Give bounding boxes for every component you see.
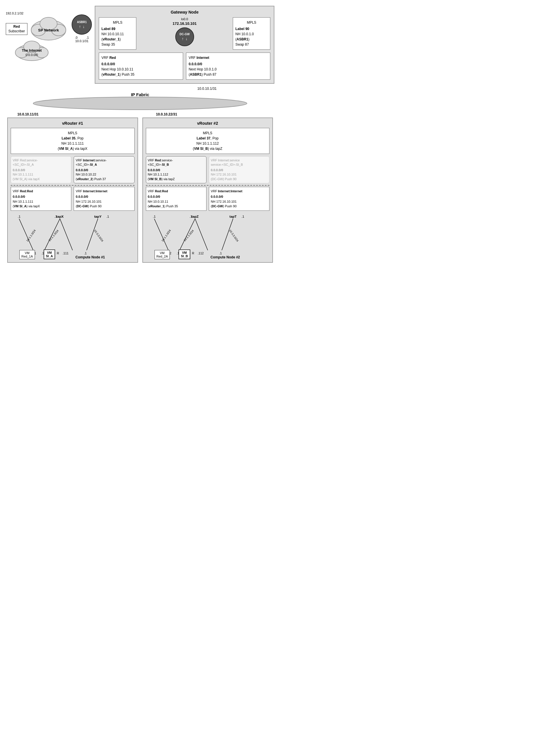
mpls-right-nh: NH 10.0.1.0 [236,32,268,37]
vrouter2-fabric-ip: 10.0.10.22/31 [156,112,177,116]
svg-text:.1: .1 [153,215,156,218]
vrouter2-vrf-bottom-row: VRF Red:Red 0.0.0.0/0 NH 10.0.10.11 (vRo… [146,187,270,211]
mpls-left-nh: NH 10.0.10.11 [101,32,134,37]
vrouter2-vm-row: VMRed_2A VMSI_B Compute Node #2 [155,250,240,259]
mpls-left-vrouter: vRouter_1 [103,37,119,41]
svg-text:.1: .1 [242,215,244,218]
asbr1-ports: .0 .1 [75,36,89,39]
svg-text:.1: .1 [54,215,57,218]
lo00-label: lo0.0 [181,17,188,21]
mpls-left-title: MPLS [101,20,134,25]
vrouter1-dashed-divider [11,185,135,186]
vrf-red-box: VRF Red 0.0.0.0/0 Next Hop 10.0.10.11 (v… [99,53,183,80]
svg-line-35 [195,219,208,250]
vrouter2-mpls-nh: NH 10.1.1.112 [148,141,267,146]
vrouter2-mpls-title: MPLS [148,130,267,136]
compute-node1-label: Compute Node #1 [75,255,105,259]
asbr1-router: ASBR1 ↑ ↓ .0 .1 10.0.1/31 [71,14,92,43]
vrouter2-tapT-label: tapT [229,215,237,218]
asbr1-area: ASBR1 ↑ ↓ .0 .1 10.0.1/31 [71,14,92,43]
vrouter1-vrf-internet-service: VRF Internet:service-<SC_ID>-SI_A 0.0.0.… [73,156,134,183]
asbr1-label: ASBR1 [77,20,87,24]
vrouter1-box: vRouter #1 MPLS Label 35, Pop NH 10.1.1.… [7,117,138,263]
vrouter1-mpls-pop: , Pop [75,136,84,140]
vrouter1-tapX-label: tapX [56,215,64,218]
ip-fabric-section: IP Fabric [6,92,274,111]
vrouter1-service-row: VRF Red:service-<SC_ID>-SI_A 0.0.0.0/0 N… [11,156,135,183]
vrouter1-fabric-ip: 10.0.10.11/31 [17,112,38,116]
gateway-node-title: Gateway Node [99,10,270,14]
vrouter1-vrf-bottom-row: VRF Red:Red 0.0.0.0/0 NH 10.1.1.111 (VM … [11,187,135,211]
vm-sia-box: VMSI_A [44,250,55,259]
svg-text:.1: .1 [18,215,20,218]
asbr1-port1: .1 [86,36,89,39]
vrouter2-vrf-red-red: VRF Red:Red 0.0.0.0/0 NH 10.0.10.11 (vRo… [146,187,206,211]
mpls-left-box: MPLS Label 89 NH 10.0.10.11 (vRouter_1) … [99,17,136,50]
svg-text:10.3.3.0/24: 10.3.3.0/24 [228,229,239,243]
red-subscriber-box: RedSubscriber [6,23,28,35]
mpls-left-swap: Swap 35 [101,42,134,47]
vrf-internet-route: 0.0.0.0/0 [189,62,202,66]
svg-line-34 [180,219,195,250]
mpls-right-box: MPLS Label 90 NH 10.0.1.0 (ASBR1) Swap 8… [233,17,270,50]
main-diagram: 192.0.2.1/32 RedSubscriber SP Network [0,0,280,268]
vrouter-fabric-ips: 10.0.10.11/31 10.0.10.22/31 [6,112,274,116]
svg-text:10.3.3.0/24: 10.3.3.0/24 [93,229,104,243]
vrouters-section: vRouter #1 MPLS Label 35, Pop NH 10.1.1.… [6,117,274,263]
mpls-right-swap: Swap 87 [236,42,268,47]
svg-text:The Internet: The Internet [22,49,42,53]
svg-text:.1: .1 [106,215,109,218]
gateway-vrf-row: VRF Red 0.0.0.0/0 Next Hop 10.0.10.11 (v… [99,53,270,80]
svg-text:.1: .1 [189,215,192,218]
asbr1-port0: .0 [75,36,78,39]
vrouter1-tap-area: tapX .1 tapY .1 .1 10.1.1.0/24 [11,213,135,259]
vrouter2-mpls-box: MPLS Label 37, Pop NH 10.1.1.112 (VM SI_… [146,128,270,154]
svg-line-19 [60,219,72,250]
vrouter2-vrf-internet-service: VRF Internet:serviceservice-<SC_ID>-SI_B… [209,156,269,183]
vrouter2-mpls-label37: Label 37 [197,136,210,140]
mpls-left-label89: Label 89 [101,27,115,31]
vrouter1-mpls-box: MPLS Label 35, Pop NH 10.1.1.111 (VM SI_… [11,128,135,154]
vrouter2-tap-area: tapZ .1 tapT .1 .1 10.1.1.0/24 10.1.1.0/… [146,213,270,259]
svg-text:10.1.1.0/24: 10.1.1.0/24 [161,229,171,242]
vrouter2-tapZ-label: tapZ [192,215,199,218]
vrouter2-service-row: VRF Red:service-<SC_ID>-SI_B 0.0.0.0/0 N… [146,156,270,183]
dcgw-label: DC-GW [180,33,190,36]
left-network-area: 192.0.2.1/32 RedSubscriber SP Network [6,11,69,63]
vrouter1-title: vRouter #1 [11,121,135,125]
asbr1-circle: ASBR1 ↑ ↓ [71,14,92,35]
vrouter1-vrf-internet-internet: VRF Internet:Internet 0.0.0.0/0 NH 172.1… [73,187,134,211]
dcgw-area: lo0.0 172.16.10.101 DC-GW ↑ ↓ [139,17,230,46]
vm-red2a-box: VMRed_2A [155,250,170,259]
vrouter2-vrf-internet-internet: VRF Internet:Internet 0.0.0.0/0 NH 172.1… [209,187,269,211]
vm-sia-area: VMSI_A [44,250,55,259]
compute-node2-label: Compute Node #2 [210,255,240,259]
lo00-ip: 172.16.10.101 [173,21,197,26]
vrouter2-mpls-pop: , Pop [210,136,219,140]
vrouter2-dashed-divider [146,185,270,186]
vm-red2a-area: VMRed_2A [155,250,170,259]
vrouter1-mpls-nh: NH 10.1.1.111 [13,141,132,146]
vm-red1a-area: VMRed_1A [19,250,35,259]
vm-sib-box: VMSI_B [179,250,190,259]
mpls-right-title: MPLS [236,20,268,25]
internet-cloud: The Internet 0.0.0.0/0 [14,40,69,63]
dcgw-circle: DC-GW ↑ ↓ [175,28,194,46]
vrouter1-vrf-red-service: VRF Red:service-<SC_ID>-SI_A 0.0.0.0/0 N… [11,156,71,183]
vm-sib-area: VMSI_B [179,250,190,259]
gateway-node-box: Gateway Node MPLS Label 89 NH 10.0.10.11… [95,6,274,84]
vm-red1a-box: VMRed_1A [19,250,35,259]
vrf-internet-nexthop: Next Hop 10.0.1.0 [189,67,268,72]
red-subscriber-label: RedSubscriber [8,24,25,34]
ip-fabric-oval [32,95,248,111]
vrouter2-title: vRouter #2 [146,121,270,125]
svg-text:10.1.1.0/24: 10.1.1.0/24 [26,229,36,242]
vrf-red-route: 0.0.0.0/0 [101,62,115,66]
ip-fabric-label: IP Fabric [6,92,274,97]
vrouter1-vm-row: VMRed_1A VMSI_A Compute Node #1 [19,250,105,259]
vrouter1-mpls-label35: Label 35 [61,136,75,140]
vrouter2-vrf-red-service: VRF Red:service-<SC_ID>-SI_B 0.0.0.0/0 N… [146,156,206,183]
vrouter1-tapY-label: tapY [94,215,102,218]
vrouter1-mpls-title: MPLS [13,130,132,136]
red-subscriber-ip: 192.0.2.1/32 [6,11,69,15]
